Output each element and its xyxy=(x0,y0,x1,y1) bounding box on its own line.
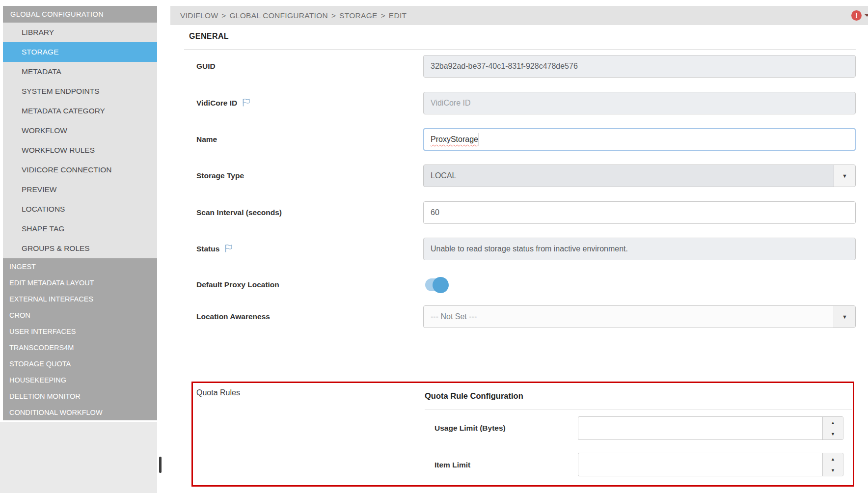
chevron-down-icon: ▼ xyxy=(842,314,847,320)
storage-type-value: LOCAL xyxy=(431,171,456,180)
sidebar-item-metadata-category[interactable]: METADATA CATEGORY xyxy=(3,101,157,121)
default-proxy-location-label: Default Proxy Location xyxy=(196,279,279,290)
dropdown-button[interactable]: ▼ xyxy=(834,165,855,187)
sidebar-item-transcoders4m[interactable]: TRANSCODERS4M xyxy=(3,339,157,356)
error-notification-icon[interactable]: ! xyxy=(851,10,862,21)
breadcrumb-item-vidiflow[interactable]: VIDIFLOW xyxy=(180,11,218,20)
item-limit-field[interactable] xyxy=(578,453,843,476)
scan-interval-field[interactable] xyxy=(423,201,856,224)
breadcrumb-separator: > xyxy=(221,11,226,20)
usage-limit-label: Usage Limit (Bytes) xyxy=(434,423,506,434)
sidebar-item-preview[interactable]: PREVIEW xyxy=(3,180,157,199)
sidebar-item-housekeeping[interactable]: HOUSEKEEPING xyxy=(3,372,157,388)
guid-field[interactable] xyxy=(423,55,856,78)
quota-rules-label: Quota Rules xyxy=(196,387,240,398)
vidicore-id-field[interactable] xyxy=(423,92,856,114)
default-proxy-location-toggle[interactable] xyxy=(425,278,448,291)
sidebar-item-user-interfaces[interactable]: USER INTERFACES xyxy=(3,323,157,339)
vidicore-id-label: VidiCore ID xyxy=(196,98,251,110)
quota-rule-configuration-title: Quota Rule Configuration xyxy=(425,391,523,401)
spinner-up-icon[interactable]: ▲ xyxy=(823,417,843,428)
storage-type-select[interactable]: LOCAL ▼ xyxy=(423,164,856,187)
sidebar-item-metadata[interactable]: METADATA xyxy=(3,62,157,82)
usage-limit-field-wrap: ▲ ▼ xyxy=(578,416,843,440)
spinner-down-icon[interactable]: ▼ xyxy=(823,428,843,439)
location-awareness-label: Location Awareness xyxy=(196,311,270,322)
breadcrumb-item-edit[interactable]: EDIT xyxy=(389,11,407,20)
sidebar-item-workflow-rules[interactable]: WORKFLOW RULES xyxy=(3,140,157,160)
breadcrumb-separator: > xyxy=(331,11,336,20)
breadcrumb: VIDIFLOW > GLOBAL CONFIGURATION > STORAG… xyxy=(170,6,868,25)
storage-type-label: Storage Type xyxy=(196,170,244,181)
location-awareness-select[interactable]: --- Not Set --- ▼ xyxy=(423,305,856,328)
sidebar-item-conditional-workflow[interactable]: CONDITIONAL WORKFLOW xyxy=(3,404,157,420)
sidebar-item-system-endpoints[interactable]: SYSTEM ENDPOINTS xyxy=(3,82,157,101)
scan-interval-label: Scan Interval (seconds) xyxy=(196,207,282,218)
breadcrumb-item-global-configuration[interactable]: GLOBAL CONFIGURATION xyxy=(229,11,328,20)
section-title-general: GENERAL xyxy=(189,32,229,41)
sidebar-filler xyxy=(0,422,157,493)
status-field[interactable] xyxy=(423,238,856,260)
quota-title-divider xyxy=(425,410,852,410)
sidebar-item-cron[interactable]: CRON xyxy=(3,307,157,323)
sidebar-item-storage[interactable]: STORAGE xyxy=(3,42,157,62)
section-divider xyxy=(184,49,856,50)
sidebar: GLOBAL CONFIGURATION LIBRARY STORAGE MET… xyxy=(3,6,157,420)
sidebar-item-library[interactable]: LIBRARY xyxy=(3,23,157,42)
sidebar-item-vidicore-connection[interactable]: VIDICORE CONNECTION xyxy=(3,160,157,180)
item-limit-field-wrap: ▲ ▼ xyxy=(578,453,843,476)
sidebar-item-external-interfaces[interactable]: EXTERNAL INTERFACES xyxy=(3,291,157,307)
breadcrumb-separator: > xyxy=(381,11,385,20)
usage-limit-field[interactable] xyxy=(578,416,843,440)
sidebar-item-groups-roles[interactable]: GROUPS & ROLES xyxy=(3,239,157,258)
sidebar-scrollbar-thumb[interactable] xyxy=(159,457,162,473)
flag-icon xyxy=(242,98,251,110)
guid-label: GUID xyxy=(196,61,216,72)
sidebar-header-global-configuration[interactable]: GLOBAL CONFIGURATION xyxy=(3,6,157,23)
spinner-down-icon[interactable]: ▼ xyxy=(823,465,843,476)
breadcrumb-item-storage[interactable]: STORAGE xyxy=(339,11,378,20)
vidicore-id-label-text: VidiCore ID xyxy=(196,99,237,107)
location-awareness-value: --- Not Set --- xyxy=(431,312,477,321)
item-limit-label: Item Limit xyxy=(434,460,470,470)
toggle-knob xyxy=(433,277,449,293)
sidebar-item-locations[interactable]: LOCATIONS xyxy=(3,199,157,219)
sidebar-item-workflow[interactable]: WORKFLOW xyxy=(3,121,157,140)
name-field[interactable]: ProxyStorage xyxy=(423,128,856,151)
dropdown-button[interactable]: ▼ xyxy=(834,306,855,328)
sidebar-item-deletion-monitor[interactable]: DELETION MONITOR xyxy=(3,388,157,404)
sidebar-item-ingest[interactable]: INGEST xyxy=(3,258,157,274)
name-label: Name xyxy=(196,134,217,145)
usage-limit-spinner: ▲ ▼ xyxy=(822,417,843,439)
storage-edit-page: GLOBAL CONFIGURATION LIBRARY STORAGE MET… xyxy=(0,0,868,493)
status-label: Status xyxy=(196,244,233,256)
spinner-up-icon[interactable]: ▲ xyxy=(823,453,843,465)
text-cursor xyxy=(479,133,479,146)
item-limit-spinner: ▲ ▼ xyxy=(822,453,843,476)
chevron-down-icon: ▼ xyxy=(842,173,847,179)
sidebar-item-shape-tag[interactable]: SHAPE TAG xyxy=(3,219,157,239)
name-field-value: ProxyStorage xyxy=(431,135,478,144)
sidebar-item-edit-metadata-layout[interactable]: EDIT METADATA LAYOUT xyxy=(3,274,157,291)
status-label-text: Status xyxy=(196,245,219,253)
sidebar-item-storage-quota[interactable]: STORAGE QUOTA xyxy=(3,356,157,372)
flag-icon xyxy=(224,244,233,256)
chevron-down-icon[interactable] xyxy=(864,14,868,17)
